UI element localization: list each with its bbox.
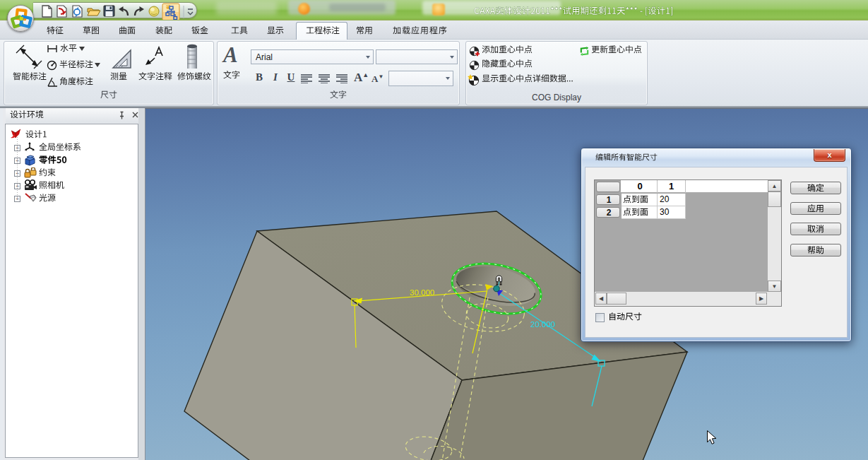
svg-text:20.000: 20.000 — [530, 320, 555, 329]
svg-text:30.000: 30.000 — [410, 288, 434, 297]
